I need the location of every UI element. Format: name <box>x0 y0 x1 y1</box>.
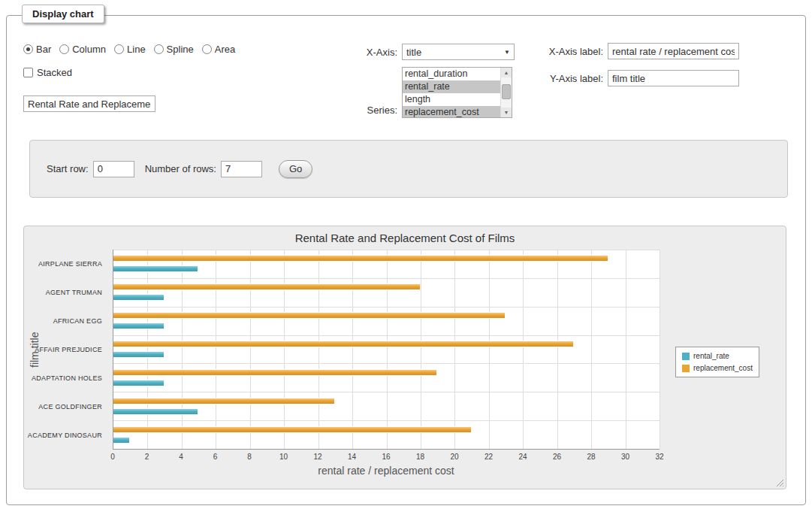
stacked-checkbox[interactable] <box>23 68 33 77</box>
x-axis-label-input[interactable] <box>608 43 739 59</box>
chevron-down-icon: ▼ <box>504 49 510 56</box>
scrollbar-track[interactable] <box>501 77 512 108</box>
legend-label: rental_rate <box>693 352 729 360</box>
x-tick-label: 2 <box>145 453 149 461</box>
chart-panel: Rental Rate and Replacement Cost of Film… <box>23 226 786 489</box>
go-button[interactable]: Go <box>279 160 312 178</box>
bar-replacement_cost[interactable] <box>113 369 437 376</box>
bar-group-ace-goldfinger <box>113 392 660 420</box>
legend-item-replacement_cost[interactable]: replacement_cost <box>682 364 753 372</box>
start-row-label: Start row: <box>47 163 89 174</box>
radio-label: Line <box>127 44 146 55</box>
x-axis-group: X-Axis: title ▼ <box>322 44 515 60</box>
radio-button-icon[interactable] <box>202 44 212 54</box>
series-multiselect[interactable]: rental_durationrental_ratelengthreplacem… <box>402 67 512 118</box>
stacked-label: Stacked <box>37 67 72 78</box>
x-tick-label: 6 <box>213 453 218 461</box>
category-axis-labels: AIRPLANE SIERRAAGENT TRUMANAFRICAN EGGAF… <box>24 250 108 450</box>
legend-swatch-icon <box>682 353 690 360</box>
start-row-input[interactable] <box>93 161 134 177</box>
bar-replacement_cost[interactable] <box>113 312 506 319</box>
bar-replacement_cost[interactable] <box>113 341 574 347</box>
bar-group-agent-truman <box>113 278 660 307</box>
series-group: Series: rental_durationrental_ratelength… <box>322 67 512 118</box>
radio-column[interactable]: Column <box>59 44 106 55</box>
number-of-rows-input[interactable] <box>221 161 262 177</box>
bar-rental_rate[interactable] <box>113 437 130 444</box>
gridline <box>660 250 660 449</box>
series-option-rental_rate[interactable]: rental_rate <box>403 80 500 93</box>
chart-x-axis-title: rental rate / replacement cost <box>113 465 660 477</box>
display-chart-panel: Display chart BarColumnLineSplineArea St… <box>6 15 806 505</box>
bar-replacement_cost[interactable] <box>113 255 608 262</box>
bar-group-airplane-sierra <box>113 250 660 278</box>
scroll-up-icon[interactable]: ▲ <box>501 68 512 77</box>
x-tick-label: 18 <box>416 453 424 461</box>
bar-replacement_cost[interactable] <box>113 283 421 290</box>
bar-rental_rate[interactable] <box>113 265 198 272</box>
y-axis-label-group: Y-Axis label: <box>542 70 739 86</box>
scrollbar[interactable]: ▲ ▼ <box>500 68 512 117</box>
rows-panel: Start row: Number of rows: Go <box>29 140 788 198</box>
series-option-length[interactable]: length <box>403 93 500 106</box>
category-label: AIRPLANE SIERRA <box>24 250 108 278</box>
chart-title: Rental Rate and Replacement Cost of Film… <box>24 232 786 244</box>
x-tick-label: 14 <box>348 453 356 461</box>
radio-line[interactable]: Line <box>114 44 146 55</box>
x-tick-label: 20 <box>450 453 458 461</box>
resize-handle-icon[interactable] <box>775 478 784 487</box>
bar-replacement_cost[interactable] <box>113 398 335 404</box>
bar-group-affair-prejudice <box>113 335 660 364</box>
series-option-rental_duration[interactable]: rental_duration <box>403 68 500 80</box>
x-tick-label: 8 <box>247 453 252 461</box>
x-tick-label: 26 <box>553 453 561 461</box>
bar-rental_rate[interactable] <box>113 294 165 301</box>
x-tick-label: 16 <box>382 453 390 461</box>
radio-area[interactable]: Area <box>202 44 235 55</box>
radio-button-icon[interactable] <box>114 44 124 54</box>
radio-button-icon[interactable] <box>59 44 69 54</box>
chart-type-radio-group: BarColumnLineSplineArea <box>23 44 235 55</box>
y-axis-label-input[interactable] <box>608 70 739 86</box>
radio-spline[interactable]: Spline <box>154 44 194 55</box>
stacked-checkbox-row[interactable]: Stacked <box>23 67 72 78</box>
radio-bar[interactable]: Bar <box>23 44 51 55</box>
x-tick-label: 12 <box>313 453 321 461</box>
plot-area <box>113 250 660 450</box>
radio-label: Area <box>215 44 235 55</box>
x-tick-label: 22 <box>484 453 493 461</box>
radio-label: Bar <box>36 44 51 55</box>
x-axis-selected-value: title <box>406 47 421 58</box>
bar-group-african-egg <box>113 307 660 335</box>
x-tick-label: 24 <box>518 453 527 461</box>
chart-legend: rental_ratereplacement_cost <box>675 347 759 377</box>
bar-rental_rate[interactable] <box>113 380 165 386</box>
bar-group-adaptation-holes <box>113 363 660 392</box>
bar-group-academy-dinosaur <box>113 420 660 449</box>
x-tick-label: 28 <box>587 453 595 461</box>
radio-button-icon[interactable] <box>154 44 164 54</box>
x-axis-select-label: X-Axis: <box>322 47 397 58</box>
scroll-down-icon[interactable]: ▼ <box>501 108 512 117</box>
category-label: ACE GOLDFINGER <box>24 392 108 421</box>
series-option-replacement_cost[interactable]: replacement_cost <box>403 106 500 118</box>
bar-rental_rate[interactable] <box>113 408 198 415</box>
bar-replacement_cost[interactable] <box>113 426 472 433</box>
x-axis-tick-labels: 02468101214161820222426283032 <box>113 453 660 462</box>
chart-title-input[interactable] <box>23 95 155 112</box>
radio-button-icon[interactable] <box>23 44 33 54</box>
x-tick-label: 0 <box>110 453 115 461</box>
radio-label: Column <box>72 44 106 55</box>
series-select-label: Series: <box>322 105 397 116</box>
x-tick-label: 10 <box>279 453 288 461</box>
bar-rental_rate[interactable] <box>113 323 165 329</box>
scrollbar-thumb[interactable] <box>502 84 511 99</box>
x-axis-select[interactable]: title ▼ <box>402 44 515 60</box>
number-of-rows-label: Number of rows: <box>145 163 216 174</box>
x-axis-label-label: X-Axis label: <box>542 46 603 57</box>
category-label: ADAPTATION HOLES <box>24 364 108 392</box>
bar-rental_rate[interactable] <box>113 351 165 358</box>
panel-title: Display chart <box>22 5 104 23</box>
legend-label: replacement_cost <box>693 364 753 372</box>
legend-item-rental_rate[interactable]: rental_rate <box>682 352 753 360</box>
